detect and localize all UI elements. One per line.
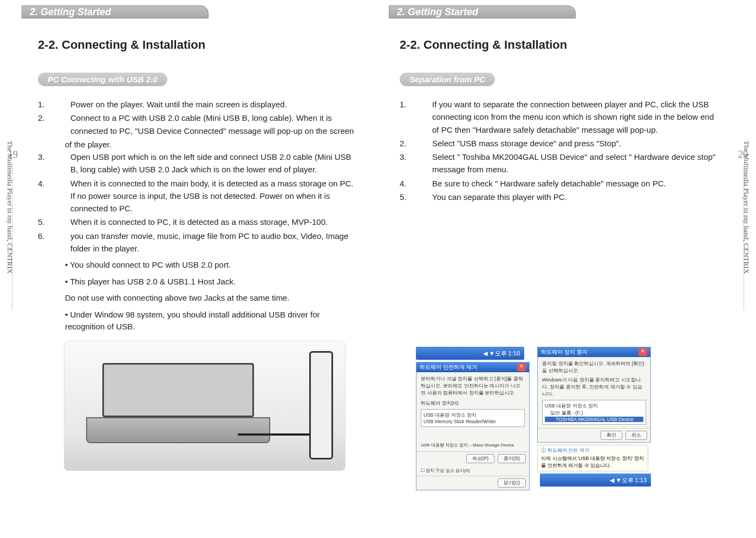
step-item: 2. Connect to a PC with USB 2.0 cable (M… — [38, 112, 356, 137]
step-text: You can separate this player with PC. — [432, 191, 718, 203]
safe-remove-balloon: ⓘ 하드웨어 안전 제거 이제 시스템에서 'USB 대용량 저장소 장치' 장… — [537, 445, 648, 471]
taskbar-time: 오후 1:10 — [495, 349, 520, 358]
bullet-note: Do not use with connecting above two Jac… — [65, 292, 356, 304]
cancel-button[interactable]: 취소 — [625, 431, 647, 440]
dialog-footer-text: USB 대용량 저장소 장치 – Mass Storage Device — [421, 442, 525, 448]
subsection-heading: PC Connecting with USB 2.0 — [38, 73, 167, 86]
step-text: Power on the player. Wait until the main… — [70, 98, 356, 111]
close-button[interactable]: 닫기(C) — [498, 478, 526, 488]
tray-icon: ◀ ▼ — [610, 477, 622, 484]
list-item[interactable]: 일반 볼륨 - (F:) — [545, 410, 643, 417]
safe-remove-dialog: 하드웨어 안전하게 제거 ✕ 분리하거나 꺼낼 장치를 선택하고 [중지]를 클… — [416, 362, 530, 490]
step-item: 4. Be sure to check " Hardware safely de… — [400, 177, 718, 190]
step-num: 5. — [38, 216, 70, 228]
laptop-icon — [75, 363, 281, 455]
step-item: 1. Power on the player. Wait until the m… — [38, 98, 356, 111]
player-device-icon — [309, 351, 333, 459]
list-item[interactable]: USB 대용량 저장소 장치 — [423, 412, 522, 419]
step-text: Connect to a PC with USB 2.0 cable (Mini… — [70, 112, 356, 137]
step-num: 1. — [38, 98, 70, 111]
taskbar-time: 오후 1:13 — [622, 476, 647, 484]
dialog-message: 중지할 장치를 확인하십시오. 계속하려면 [확인]을 선택하십시오. — [542, 360, 646, 374]
step-text: Be sure to check " Hardware safely detac… — [432, 177, 718, 190]
ok-button[interactable]: 확인 — [601, 431, 622, 440]
step-continuation: of the player. — [65, 138, 356, 151]
step-text: Select "USB mass storage device" and pre… — [432, 137, 718, 150]
step-num: 4. — [400, 177, 432, 190]
step-list-left: 1. Power on the player. Wait until the m… — [38, 98, 356, 333]
device-tree[interactable]: USB 대용량 저장소 장치 일반 볼륨 - (F:) TOSHIBA MK20… — [542, 400, 646, 425]
step-num: 3. — [38, 151, 70, 176]
dialog-title-text: 하드웨어 안전하게 제거 — [420, 364, 477, 371]
page-right: 20 The Multimedia Player in my hand, CEN… — [378, 0, 756, 538]
step-num: 4. — [38, 177, 70, 215]
connection-illustration — [64, 341, 346, 471]
step-text: When it is connected to the main body, i… — [70, 177, 356, 215]
side-brand-text: The Multimedia Player in my hand, CENTRI… — [5, 141, 14, 274]
step-num: 6. — [38, 230, 70, 255]
dialog-message: 분리하거나 꺼낼 장치를 선택하고 [중지]를 클릭하십시오. 분리해도 안전하… — [421, 375, 525, 397]
section-title: 2-2. Connecting & Installation — [400, 38, 718, 52]
list-item-selected[interactable]: TOSHIBA MK2004GAL USB Device — [545, 417, 643, 422]
side-brand-text: The Multimedia Player in my hand, CENTRI… — [742, 141, 751, 274]
chapter-heading: 2. Getting Started — [22, 5, 208, 18]
stop-button[interactable]: 중지(S) — [498, 454, 526, 463]
properties-button[interactable]: 속성(P) — [466, 454, 494, 463]
balloon-title: ⓘ 하드웨어 안전 제거 — [541, 447, 644, 454]
subsection-heading: Separation from PC — [400, 73, 495, 86]
dialog-title-text: 하드웨어 장치 중지 — [541, 348, 588, 356]
bullet-note: • Under Window 98 system, you should ins… — [65, 309, 356, 333]
step-text: Select " Toshiba MK2004GAL USB Device" a… — [432, 151, 718, 176]
step-text: If you want to separate the connection b… — [432, 98, 718, 136]
step-num: 2. — [400, 137, 432, 150]
section-title: 2-2. Connecting & Installation — [38, 38, 356, 52]
step-item: 5. You can separate this player with PC. — [400, 191, 718, 203]
step-item: 3. Select " Toshiba MK2004GAL USB Device… — [400, 151, 718, 176]
list-item[interactable]: USB 대용량 저장소 장치 — [545, 403, 643, 410]
content-left: 2-2. Connecting & Installation PC Connec… — [38, 38, 356, 471]
dialog-message-2: Windows가 다음 장치를 중지하려고 시도합니다. 장치를 중지한 후, … — [542, 377, 646, 398]
step-num: 2. — [38, 112, 70, 137]
taskbar: ◀ ▼ 오후 1:10 — [416, 347, 524, 360]
step-item: 1. If you want to separate the connectio… — [400, 98, 718, 136]
step-list-right: 1. If you want to separate the connectio… — [400, 98, 718, 203]
bullet-note: • This player has USB 2.0 & USB1.1 Host … — [65, 276, 356, 288]
device-list[interactable]: USB 대용량 저장소 장치 USB Memory Stick Reader/W… — [421, 409, 525, 427]
step-item: 5. When it is connected to PC, it is det… — [38, 216, 356, 228]
step-text: Open USB port which is on the left side … — [70, 151, 356, 176]
usb-cable-icon — [238, 433, 319, 436]
step-item: 3. Open USB port which is on the left si… — [38, 151, 356, 176]
balloon-text: 이제 시스템에서 'USB 대용량 저장소 장치' 장치를 안전하게 제거할 수… — [541, 455, 644, 469]
close-icon[interactable]: ✕ — [517, 364, 526, 371]
taskbar: ◀ ▼ 오후 1:13 — [540, 474, 651, 487]
chapter-heading: 2. Getting Started — [389, 5, 576, 18]
tray-icon: ◀ ▼ — [483, 350, 495, 357]
step-num: 1. — [400, 98, 432, 136]
checkbox-label[interactable]: ☐ 장치 구성 요소 표시(D) — [421, 468, 470, 473]
step-text: you can transfer movie, music, image fil… — [70, 230, 356, 255]
step-num: 3. — [400, 151, 432, 176]
step-item: 6. you can transfer movie, music, image … — [38, 230, 356, 255]
content-right: 2-2. Connecting & Installation Separatio… — [400, 38, 718, 204]
screenshot-row: ◀ ▼ 오후 1:10 하드웨어 안전하게 제거 ✕ 분리하거나 꺼낼 장치를 … — [416, 347, 707, 490]
bullet-note: • You should connect to PC with USB 2.0 … — [65, 259, 356, 271]
step-text: When it is connected to PC, it is detect… — [70, 216, 356, 228]
dialog-titlebar: 하드웨어 장치 중지 ✕ — [538, 347, 650, 357]
close-icon[interactable]: ✕ — [638, 348, 647, 356]
step-item: 2. Select "USB mass storage device" and … — [400, 137, 718, 150]
dialog-titlebar: 하드웨어 안전하게 제거 ✕ — [416, 362, 529, 372]
dialog-label: 하드웨어 장치(H): — [421, 400, 525, 407]
page-left: 19 The Multimedia Player in my hand, CEN… — [0, 0, 378, 538]
step-num: 5. — [400, 191, 432, 203]
list-item[interactable]: USB Memory Stick Reader/Writer — [423, 419, 522, 424]
stop-device-dialog: 하드웨어 장치 중지 ✕ 중지할 장치를 확인하십시오. 계속하려면 [확인]을… — [537, 347, 651, 443]
step-item: 4. When it is connected to the main body… — [38, 177, 356, 215]
